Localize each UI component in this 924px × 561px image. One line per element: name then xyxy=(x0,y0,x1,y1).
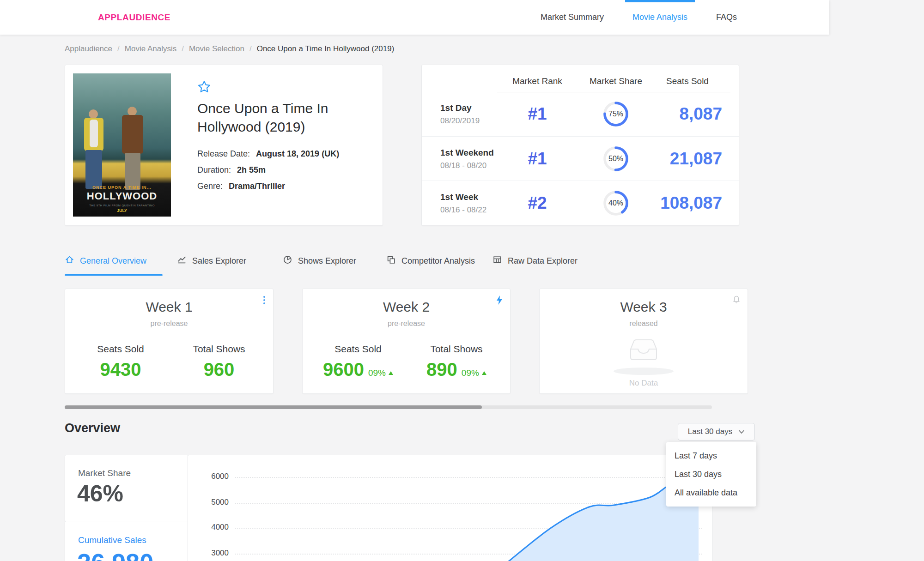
tab-competitor-analysis[interactable]: Competitor Analysis xyxy=(386,255,475,267)
cumulative-sales-card[interactable]: Cumulative Sales 26,980 xyxy=(65,521,189,561)
app-page: APPLAUDIENCE Market Summary Movie Analys… xyxy=(0,0,924,561)
week-title: Week 3 xyxy=(540,299,748,315)
movie-info-card: ONCE UPON A TIME IN... HOLLYWOOD THE 9TH… xyxy=(65,65,383,226)
active-tab-indicator xyxy=(65,274,163,276)
metric-total-shows: Total Shows 89009% xyxy=(408,344,505,380)
poster-figure-decor xyxy=(122,115,143,154)
week-2-card: Week 2 pre-release Seats Sold 960009% To… xyxy=(302,289,511,394)
favorite-star-icon[interactable] xyxy=(197,80,211,96)
line-chart-icon xyxy=(177,255,187,267)
movie-poster: ONCE UPON A TIME IN... HOLLYWOOD THE 9TH… xyxy=(73,73,171,217)
tab-label: Sales Explorer xyxy=(192,256,246,266)
row-label: 1st Week 08/16 - 08/22 xyxy=(440,192,486,215)
tab-shows-explorer[interactable]: Shows Explorer xyxy=(283,255,356,267)
poster-figure-decor xyxy=(128,107,137,116)
market-share-percent: 40% xyxy=(603,190,629,216)
metric-value: 9430 xyxy=(72,359,169,380)
stats-row-first-day: 1st Day 08/20/2019 #1 75% 8,087 xyxy=(422,92,739,136)
inbox-shadow xyxy=(614,368,674,375)
duration-value: 2h 55m xyxy=(237,165,266,175)
period-dates: 08/18 - 08/20 xyxy=(440,161,494,170)
stats-row-first-weekend: 1st Weekend 08/18 - 08/20 #1 50% 21,087 xyxy=(422,136,739,181)
breadcrumb-separator: / xyxy=(182,44,184,54)
market-share-ring: 40% xyxy=(603,190,629,216)
market-rank-value: #1 xyxy=(500,149,574,169)
stats-row-first-week: 1st Week 08/16 - 08/22 #2 40% 108,087 xyxy=(422,181,739,225)
poster-title-top: ONCE UPON A TIME IN... xyxy=(73,185,171,190)
tab-general-overview[interactable]: General Overview xyxy=(65,255,146,267)
release-date-value: August 18, 2019 (UK) xyxy=(256,149,339,158)
week-title: Week 2 xyxy=(303,299,510,315)
breadcrumb-current-movie: Once Upon a Time In Hollywood (2019) xyxy=(257,44,395,54)
breadcrumb-separator: / xyxy=(117,44,120,54)
release-date-label: Release Date: xyxy=(197,149,250,158)
no-data-label: No Data xyxy=(540,379,748,388)
seats-sold-value: 108,087 xyxy=(634,193,722,213)
column-header-seats-sold: Seats Sold xyxy=(653,76,722,86)
menu-item-last-30-days[interactable]: Last 30 days xyxy=(666,465,756,483)
chevron-down-icon xyxy=(738,427,745,436)
period-dates: 08/20/2019 xyxy=(440,116,480,126)
market-share-percent: 75% xyxy=(603,101,629,127)
metric-delta: 09% xyxy=(368,368,386,378)
market-share-label: Market Share xyxy=(78,468,131,478)
metric-label: Seats Sold xyxy=(72,344,169,355)
cumulative-sales-area-chart xyxy=(188,455,712,561)
table-icon xyxy=(492,255,502,267)
row-label: 1st Weekend 08/18 - 08/20 xyxy=(440,148,494,170)
brand-logo[interactable]: APPLAUDIENCE xyxy=(98,0,170,35)
pie-chart-icon xyxy=(283,255,292,267)
breadcrumb-movie-selection[interactable]: Movie Selection xyxy=(189,44,244,54)
poster-title-main: HOLLYWOOD xyxy=(73,190,171,202)
empty-inbox-icon xyxy=(627,357,660,365)
horizontal-scrollbar-track[interactable] xyxy=(65,405,712,409)
week-status: pre-release xyxy=(303,320,510,328)
tab-label: Raw Data Explorer xyxy=(508,256,578,266)
overlap-squares-icon xyxy=(386,255,396,267)
breadcrumb-movie-analysis[interactable]: Movie Analysis xyxy=(125,44,176,54)
metric-seats-sold: Seats Sold 9430 xyxy=(72,344,169,380)
breadcrumb: Applaudience / Movie Analysis / Movie Se… xyxy=(65,44,394,54)
poster-date: JULY xyxy=(73,208,171,213)
week-status: pre-release xyxy=(65,320,273,328)
week-title: Week 1 xyxy=(65,299,273,315)
market-rank-value: #2 xyxy=(500,193,574,213)
trend-up-icon xyxy=(482,371,486,375)
row-label: 1st Day 08/20/2019 xyxy=(440,103,480,126)
menu-item-all-available-data[interactable]: All available data xyxy=(666,483,756,502)
genre-label: Genre: xyxy=(197,181,223,191)
breadcrumb-separator: / xyxy=(249,44,252,54)
period-name: 1st Day xyxy=(440,103,480,113)
menu-item-last-7-days[interactable]: Last 7 days xyxy=(666,446,756,465)
tab-sales-explorer[interactable]: Sales Explorer xyxy=(177,255,246,267)
period-dates: 08/16 - 08/22 xyxy=(440,205,486,215)
horizontal-scrollbar-thumb[interactable] xyxy=(65,405,482,409)
metric-total-shows: Total Shows 960 xyxy=(170,344,267,380)
market-share-value: 46% xyxy=(77,480,123,507)
tab-label: Competitor Analysis xyxy=(401,256,475,266)
cumulative-sales-label: Cumulative Sales xyxy=(78,535,146,545)
market-share-ring: 50% xyxy=(603,146,629,172)
period-name: 1st Week xyxy=(440,192,486,202)
sales-chart-card: 6000 5000 4000 3000 xyxy=(188,455,712,561)
trend-up-icon xyxy=(389,371,393,375)
genre-row: Genre:Drama/Thriller xyxy=(197,181,285,191)
duration-label: Duration: xyxy=(197,165,231,175)
tab-label: Shows Explorer xyxy=(298,256,356,266)
genre-value: Drama/Thriller xyxy=(229,181,285,191)
date-range-dropdown-menu: Last 7 days Last 30 days All available d… xyxy=(666,442,756,507)
nav-market-summary[interactable]: Market Summary xyxy=(541,0,604,35)
tab-label: General Overview xyxy=(80,256,146,266)
period-name: 1st Weekend xyxy=(440,148,494,158)
metric-value: 9600 xyxy=(323,359,364,380)
date-range-dropdown-button[interactable]: Last 30 days xyxy=(678,423,755,440)
market-rank-value: #1 xyxy=(500,104,574,124)
cumulative-sales-value: 26,980 xyxy=(77,548,153,561)
home-icon xyxy=(65,255,74,267)
tab-raw-data-explorer[interactable]: Raw Data Explorer xyxy=(492,255,578,267)
breadcrumb-home[interactable]: Applaudience xyxy=(65,44,112,54)
nav-faqs[interactable]: FAQs xyxy=(716,0,737,35)
week-1-card: Week 1 pre-release Seats Sold 9430 Total… xyxy=(65,289,274,394)
nav-movie-analysis[interactable]: Movie Analysis xyxy=(632,0,687,35)
poster-text: ONCE UPON A TIME IN... HOLLYWOOD THE 9TH… xyxy=(73,185,171,213)
